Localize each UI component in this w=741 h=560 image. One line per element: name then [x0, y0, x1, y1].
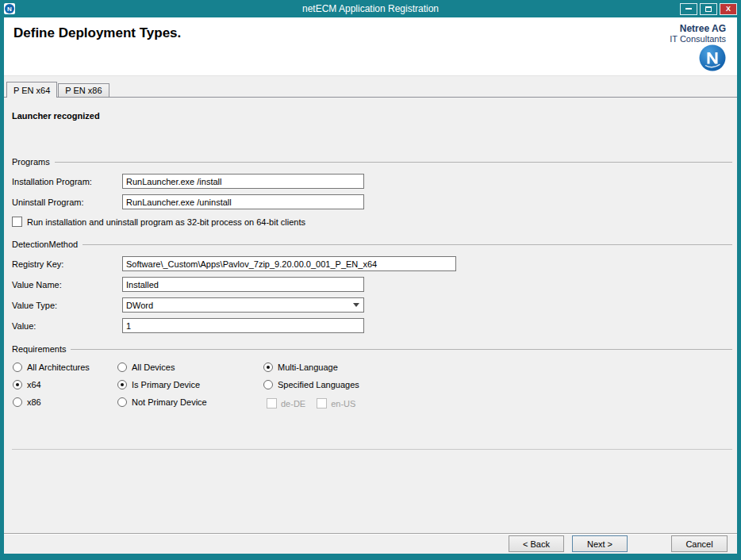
maximize-icon: [705, 6, 712, 12]
close-icon: X: [726, 6, 731, 13]
status-label: Launcher recognized: [12, 111, 737, 121]
registry-key-input[interactable]: [122, 256, 456, 271]
back-button[interactable]: < Back: [509, 535, 564, 552]
group-divider: [71, 349, 732, 350]
value-type-label: Value Type:: [12, 301, 122, 310]
radio-icon: [117, 362, 127, 372]
uninstall-program-row: Uninstall Program:: [4, 194, 737, 209]
radio-not-primary-device[interactable]: Not Primary Device: [117, 397, 263, 407]
group-divider: [83, 244, 732, 245]
titlebar[interactable]: N netECM Application Registration X: [0, 0, 741, 17]
radio-specified-languages[interactable]: Specified Languages: [263, 380, 359, 389]
netecm-app-icon: N: [4, 3, 15, 14]
architecture-radio-group: All Architectures x64 x86: [13, 362, 117, 408]
cancel-button[interactable]: Cancel: [671, 535, 728, 552]
minimize-button[interactable]: [680, 3, 697, 15]
installation-program-row: Installation Program:: [4, 174, 737, 189]
value-input[interactable]: [122, 318, 364, 333]
value-label: Value:: [12, 321, 122, 331]
next-button[interactable]: Next >: [572, 535, 628, 552]
checkbox-label: de-DE: [281, 399, 305, 408]
installation-program-label: Installation Program:: [12, 177, 122, 186]
window-title: netECM Application Registration: [0, 3, 741, 14]
netree-logo-icon: [699, 44, 726, 71]
uninstall-program-label: Uninstall Program:: [12, 198, 122, 207]
client-area: Define Deployment Types. Netree AG IT Co…: [4, 17, 737, 554]
radio-x86[interactable]: x86: [13, 397, 117, 407]
installation-program-input[interactable]: [122, 174, 364, 189]
value-type-selected: DWord: [126, 301, 353, 310]
radio-label: Specified Languages: [278, 380, 359, 389]
tab-p-en-x64[interactable]: P EN x64: [6, 82, 57, 98]
radio-label: All Architectures: [27, 362, 90, 372]
run-32bit-checkbox[interactable]: [12, 217, 22, 227]
run-32bit-label: Run installation and uninstall program a…: [27, 217, 305, 227]
brand-name: Netree AG: [680, 23, 726, 34]
value-name-label: Value Name:: [12, 280, 122, 290]
checkbox-icon: [317, 398, 327, 408]
tab-p-en-x86[interactable]: P EN x86: [58, 83, 109, 97]
language-checkbox-row: de-DE en-US: [267, 398, 359, 408]
radio-icon: [13, 397, 22, 407]
header: Define Deployment Types. Netree AG IT Co…: [4, 17, 737, 76]
radio-multi-language[interactable]: Multi-Language: [263, 362, 359, 372]
value-name-input[interactable]: [122, 277, 364, 292]
radio-selected-icon: [13, 380, 22, 389]
radio-icon: [117, 397, 127, 407]
radio-x64[interactable]: x64: [13, 380, 117, 389]
radio-label: x86: [27, 397, 41, 407]
detection-group-label: DetectionMethod: [12, 240, 78, 249]
brand-subtitle: IT Consultants: [670, 34, 726, 44]
page-title: Define Deployment Types.: [13, 25, 728, 41]
radio-all-devices[interactable]: All Devices: [117, 362, 263, 372]
minimize-icon: [685, 8, 692, 10]
checkbox-icon: [267, 398, 277, 408]
checkbox-de-de[interactable]: de-DE: [267, 398, 305, 408]
registry-key-label: Registry Key:: [12, 259, 122, 269]
tab-strip: P EN x64 P EN x86: [4, 81, 737, 97]
requirements-columns: All Architectures x64 x86 All Devices: [4, 362, 737, 408]
programs-group-label: Programs: [12, 157, 50, 167]
app-window: N netECM Application Registration X Defi…: [0, 0, 741, 560]
maximize-button[interactable]: [700, 3, 717, 15]
value-type-row: Value Type: DWord: [4, 297, 737, 313]
radio-icon: [263, 380, 273, 389]
uninstall-program-input[interactable]: [122, 194, 364, 209]
section-divider: [12, 449, 732, 450]
brand-block: Netree AG IT Consultants: [670, 23, 726, 71]
requirements-group: Requirements: [12, 344, 732, 354]
window-controls: X: [680, 3, 737, 15]
registry-key-row: Registry Key:: [4, 256, 737, 271]
run-32bit-row: Run installation and uninstall program a…: [4, 217, 737, 227]
value-type-dropdown[interactable]: DWord: [122, 297, 364, 313]
footer-bar: < Back Next > Cancel: [4, 533, 737, 554]
radio-icon: [13, 362, 22, 372]
radio-label: Is Primary Device: [132, 380, 200, 389]
radio-selected-icon: [263, 362, 273, 372]
requirements-group-label: Requirements: [12, 344, 66, 354]
device-radio-group: All Devices Is Primary Device Not Primar…: [117, 362, 263, 408]
radio-label: Multi-Language: [278, 362, 338, 372]
language-radio-group: Multi-Language Specified Languages de-DE: [263, 362, 359, 408]
checkbox-label: en-US: [331, 399, 355, 408]
group-divider: [55, 162, 732, 163]
tab-panel: Launcher recognized Programs Installatio…: [4, 97, 737, 533]
svg-text:N: N: [7, 6, 12, 13]
radio-label: All Devices: [132, 362, 175, 372]
radio-is-primary-device[interactable]: Is Primary Device: [117, 380, 263, 389]
programs-group: Programs: [12, 157, 732, 167]
close-button[interactable]: X: [720, 3, 737, 15]
detection-group: DetectionMethod: [12, 240, 732, 249]
value-row: Value:: [4, 318, 737, 333]
radio-label: x64: [27, 380, 41, 389]
value-name-row: Value Name:: [4, 277, 737, 292]
radio-all-architectures[interactable]: All Architectures: [13, 362, 117, 372]
chevron-down-icon: [353, 303, 359, 307]
checkbox-en-us[interactable]: en-US: [317, 398, 355, 408]
radio-label: Not Primary Device: [132, 397, 207, 407]
radio-selected-icon: [117, 380, 127, 389]
